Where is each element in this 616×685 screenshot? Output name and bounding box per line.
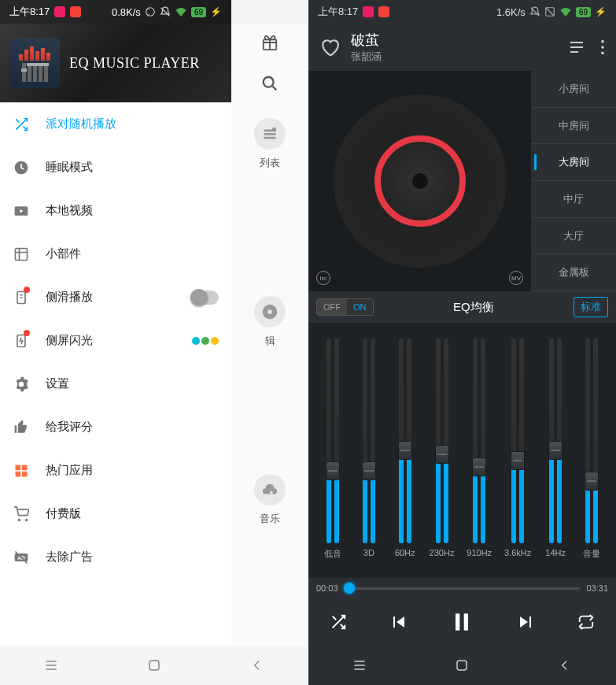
preset-3[interactable]: 中厅 bbox=[531, 181, 616, 218]
menu-item-0[interactable]: 派对随机播放 bbox=[0, 102, 231, 146]
album-art-area[interactable]: No pictures lrc MV bbox=[308, 71, 531, 291]
eq-thumb[interactable] bbox=[585, 472, 599, 491]
status-app-dot-2 bbox=[70, 6, 81, 17]
eq-thumb[interactable] bbox=[398, 441, 412, 460]
time-total: 03:31 bbox=[586, 583, 608, 593]
eq-thumb[interactable] bbox=[435, 445, 449, 464]
eq-band-label: 230Hz bbox=[430, 548, 455, 557]
svg-rect-25 bbox=[456, 613, 459, 630]
favorite-button[interactable] bbox=[319, 37, 340, 57]
eq-slider[interactable] bbox=[544, 339, 567, 543]
nav-back-button[interactable] bbox=[555, 656, 574, 675]
preset-0[interactable]: 小房间 bbox=[531, 71, 616, 108]
svg-point-11 bbox=[26, 519, 28, 520]
eq-thumb[interactable] bbox=[548, 441, 563, 460]
preset-4[interactable]: 大厅 bbox=[531, 218, 616, 255]
gift-icon[interactable] bbox=[261, 34, 278, 51]
eq-slider[interactable] bbox=[393, 339, 417, 543]
menu-item-1[interactable]: 睡眠模式 bbox=[0, 146, 231, 189]
eq-band-6: 14Hz bbox=[544, 339, 567, 572]
gear-icon bbox=[13, 376, 30, 393]
eq-slider[interactable] bbox=[430, 339, 454, 543]
eq-thumb[interactable] bbox=[472, 457, 486, 476]
svg-rect-9 bbox=[22, 471, 28, 476]
menu-item-2[interactable]: 本地视频 bbox=[0, 189, 231, 232]
svg-rect-27 bbox=[457, 661, 467, 670]
eq-slider[interactable] bbox=[357, 339, 381, 543]
menu-label: 本地视频 bbox=[46, 203, 93, 218]
notification-dot bbox=[24, 330, 30, 336]
menu-label: 热门应用 bbox=[46, 463, 93, 478]
bg-label-album: 辑 bbox=[265, 334, 275, 348]
menu-item-5[interactable]: 侧屏闪光 bbox=[0, 319, 231, 362]
eq-slider[interactable] bbox=[580, 339, 603, 543]
album-icon[interactable] bbox=[254, 296, 286, 328]
mv-button[interactable]: MV bbox=[509, 271, 523, 285]
song-title: 破茧 bbox=[351, 31, 556, 50]
menu-item-9[interactable]: 付费版 bbox=[0, 492, 231, 535]
playback-controls bbox=[308, 598, 616, 646]
eq-standard-button[interactable]: 标准 bbox=[574, 297, 608, 317]
clock-icon bbox=[13, 159, 30, 176]
next-button[interactable] bbox=[517, 613, 536, 631]
nav-home-button[interactable] bbox=[452, 656, 471, 675]
list-icon[interactable] bbox=[254, 118, 286, 150]
menu-item-6[interactable]: 设置 bbox=[0, 362, 231, 405]
shuffle-button[interactable] bbox=[330, 613, 347, 631]
eq-on-button[interactable]: ON bbox=[347, 299, 373, 315]
right-phone-screen: 上午8:17 1.6K/s 69 ⚡ 破茧 张韶涵 No pictures lr… bbox=[308, 0, 616, 685]
menu-label: 设置 bbox=[46, 376, 69, 391]
status-time: 上午8:17 bbox=[9, 5, 50, 19]
eq-header: OFF ON EQ均衡 标准 bbox=[308, 291, 616, 323]
eq-band-2: 60Hz bbox=[393, 339, 417, 572]
progress-thumb[interactable] bbox=[344, 583, 355, 594]
eq-band-3: 230Hz bbox=[430, 339, 455, 572]
menu-item-8[interactable]: 热门应用 bbox=[0, 449, 231, 492]
menu-label: 侧屏闪光 bbox=[46, 333, 93, 348]
left-phone-screen: 上午8:17 0.8K/s 69 ⚡ bbox=[0, 0, 308, 685]
player-body: No pictures lrc MV 小房间中房间大房间中厅大厅金属板 bbox=[308, 71, 616, 291]
preset-1[interactable]: 中房间 bbox=[531, 108, 616, 145]
menu-item-4[interactable]: 侧滑播放 bbox=[0, 276, 231, 319]
repeat-button[interactable] bbox=[577, 613, 595, 631]
menu-label: 睡眠模式 bbox=[46, 160, 93, 175]
eq-band-label: 音量 bbox=[583, 548, 600, 560]
svg-point-24 bbox=[601, 52, 604, 55]
pause-button[interactable] bbox=[449, 609, 474, 635]
search-icon[interactable] bbox=[261, 75, 278, 92]
lyrics-button[interactable]: lrc bbox=[316, 271, 330, 285]
previous-button[interactable] bbox=[389, 613, 408, 631]
drawer-panel: 上午8:17 0.8K/s 69 ⚡ bbox=[0, 0, 231, 685]
status-bar-right: 上午8:17 1.6K/s 69 ⚡ bbox=[308, 0, 616, 24]
progress-track[interactable] bbox=[345, 587, 581, 590]
cloud-music-icon[interactable] bbox=[254, 474, 286, 505]
app-header: .app-icon-slider:nth-child(1)::after{top… bbox=[0, 24, 231, 102]
toggle-switch[interactable] bbox=[192, 291, 219, 305]
eq-slider[interactable] bbox=[506, 339, 529, 543]
more-button[interactable] bbox=[600, 39, 605, 56]
nav-back-button[interactable] bbox=[248, 656, 267, 675]
eq-thumb[interactable] bbox=[511, 451, 525, 470]
preset-2[interactable]: 大房间 bbox=[531, 144, 616, 181]
menu-item-3[interactable]: 小部件 bbox=[0, 232, 231, 276]
preset-5[interactable]: 金属板 bbox=[531, 254, 616, 291]
menu-item-7[interactable]: 给我评分 bbox=[0, 405, 231, 449]
eq-band-label: 3.6kHz bbox=[504, 548, 531, 557]
eq-band-label: 低音 bbox=[324, 548, 341, 560]
eq-slider[interactable] bbox=[467, 339, 491, 543]
bell-off-icon bbox=[529, 6, 540, 17]
nav-home-button[interactable] bbox=[145, 656, 164, 675]
playlist-button[interactable] bbox=[567, 38, 586, 57]
eq-slider[interactable] bbox=[321, 339, 345, 543]
eq-toggle[interactable]: OFF ON bbox=[316, 298, 374, 316]
svg-rect-7 bbox=[22, 465, 28, 470]
eq-off-button[interactable]: OFF bbox=[317, 299, 347, 315]
menu-item-10[interactable]: AD去除广告 bbox=[0, 535, 231, 579]
song-artist: 张韶涵 bbox=[351, 50, 556, 64]
nav-menu-button[interactable] bbox=[42, 656, 61, 675]
charging-icon: ⚡ bbox=[595, 6, 607, 17]
eq-thumb[interactable] bbox=[326, 461, 340, 480]
eq-thumb[interactable] bbox=[362, 461, 376, 480]
mute-icon bbox=[145, 6, 156, 17]
nav-menu-button[interactable] bbox=[350, 656, 369, 675]
